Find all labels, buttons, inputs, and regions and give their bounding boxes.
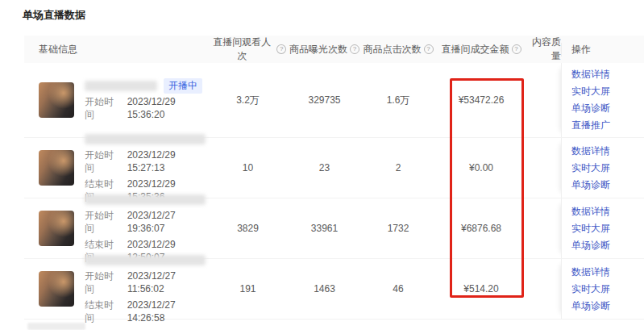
ops-cell: 数据详情 实时大屏 单场诊断 直播推广	[561, 63, 644, 137]
blurred-account-name	[85, 255, 206, 265]
info-icon[interactable]: ?	[512, 44, 521, 54]
session-info-cell: 开播中 开始时间 2023/12/29 15:36:20	[24, 63, 210, 137]
info-icon[interactable]: ?	[350, 44, 359, 54]
data-detail-link[interactable]: 数据详情	[571, 68, 644, 81]
exposures-value: 1463	[286, 259, 363, 319]
clicks-value: 2	[363, 138, 434, 198]
info-icon[interactable]: ?	[424, 44, 434, 54]
viewers-value: 3829	[210, 198, 286, 258]
data-detail-link[interactable]: 数据详情	[571, 144, 644, 158]
exposures-value: 23	[286, 138, 363, 198]
realtime-screen-link[interactable]: 实时大屏	[571, 85, 644, 98]
start-time-label: 开始时间	[85, 95, 121, 121]
gmv-value: ¥514.20	[434, 259, 529, 319]
avatar	[39, 150, 74, 186]
ops-cell: 数据详情 实时大屏 单场诊断	[561, 259, 644, 319]
viewers-value: 191	[210, 259, 286, 319]
session-info-cell: 开始时间 2023/12/29 15:27:13 结束时间 2023/12/29…	[24, 138, 210, 198]
session-diagnosis-link[interactable]: 单场诊断	[571, 178, 644, 192]
gmv-value: ¥6876.68	[434, 198, 529, 258]
start-time-value: 2023/12/29 15:27:13	[127, 148, 210, 174]
column-header-clicks-label: 商品点击次数	[364, 43, 422, 56]
viewers-value: 3.2万	[210, 63, 286, 137]
blurred-account-name	[85, 134, 206, 144]
data-detail-link[interactable]: 数据详情	[571, 265, 644, 279]
quality-value	[529, 63, 561, 137]
start-time-value: 2023/12/27 19:36:07	[127, 209, 210, 235]
table-row: 开始时间 2023/12/27 11:56:02 结束时间 2023/12/27…	[24, 259, 644, 320]
session-diagnosis-link[interactable]: 单场诊断	[571, 239, 644, 253]
column-header-quality: 内容质量	[529, 36, 561, 63]
realtime-screen-link[interactable]: 实时大屏	[571, 222, 644, 236]
start-time-value: 2023/12/29 15:36:20	[127, 95, 210, 121]
column-header-info: 基础信息	[24, 43, 210, 56]
column-header-viewers-label: 直播间观看人次	[210, 36, 274, 63]
end-time-value: 2023/12/27 14:26:58	[127, 299, 210, 324]
clicks-value: 46	[363, 259, 434, 319]
session-info-cell: 开始时间 2023/12/27 19:36:07 结束时间 2023/12/29…	[24, 198, 210, 258]
data-detail-link[interactable]: 数据详情	[571, 205, 644, 219]
start-time-label: 开始时间	[85, 148, 121, 174]
info-icon[interactable]: ?	[276, 44, 286, 54]
table-row: 开始时间 2023/12/27 19:36:07 结束时间 2023/12/29…	[24, 198, 644, 259]
start-time-label: 开始时间	[85, 269, 121, 295]
blurred-account-name	[85, 194, 206, 205]
column-header-exposures: 商品曝光次数?	[286, 43, 363, 56]
table-row: 开始时间 2023/12/29 15:27:13 结束时间 2023/12/29…	[24, 138, 644, 198]
quality-value	[529, 259, 561, 319]
quality-value	[529, 138, 561, 198]
live-status-badge: 开播中	[164, 78, 202, 94]
column-header-clicks: 商品点击次数?	[363, 43, 434, 56]
livestream-table: 基础信息 直播间观看人次? 商品曝光次数? 商品点击次数? 直播间成交金额? 内…	[24, 36, 644, 320]
live-promotion-link[interactable]: 直播推广	[571, 119, 644, 132]
table-row: 开播中 开始时间 2023/12/29 15:36:20 3.2万 329735…	[24, 63, 644, 138]
start-time-label: 开始时间	[85, 209, 121, 235]
session-info-cell: 开始时间 2023/12/27 11:56:02 结束时间 2023/12/27…	[24, 259, 210, 319]
avatar	[39, 82, 74, 118]
gmv-value: ¥53472.26	[434, 63, 529, 137]
table-header-row: 基础信息 直播间观看人次? 商品曝光次数? 商品点击次数? 直播间成交金额? 内…	[24, 36, 644, 63]
start-time-value: 2023/12/27 11:56:02	[127, 269, 210, 295]
avatar	[39, 271, 74, 307]
blurred-account-name	[85, 81, 157, 91]
end-time-label: 结束时间	[85, 299, 121, 324]
clicks-value: 1.6万	[363, 63, 434, 137]
column-header-gmv-label: 直播间成交金额	[442, 43, 509, 56]
session-diagnosis-link[interactable]: 单场诊断	[571, 102, 644, 115]
ops-cell: 数据详情 实时大屏 单场诊断	[561, 138, 644, 198]
clicks-value: 1732	[363, 198, 434, 258]
cutoff-section-title-placeholder	[27, 323, 85, 330]
exposures-value: 33961	[286, 198, 363, 258]
column-header-viewers: 直播间观看人次?	[210, 36, 286, 63]
viewers-value: 10	[210, 138, 286, 198]
page-title: 单场直播数据	[23, 8, 85, 23]
column-header-exposures-label: 商品曝光次数	[289, 43, 347, 56]
realtime-screen-link[interactable]: 实时大屏	[571, 282, 644, 296]
gmv-value: ¥0.00	[434, 138, 529, 198]
column-header-gmv: 直播间成交金额?	[434, 43, 529, 56]
realtime-screen-link[interactable]: 实时大屏	[571, 161, 644, 175]
avatar	[39, 211, 74, 246]
ops-cell: 数据详情 实时大屏 单场诊断	[561, 198, 644, 258]
session-diagnosis-link[interactable]: 单场诊断	[571, 299, 644, 313]
column-header-ops: 操作	[561, 43, 644, 56]
quality-value	[529, 198, 561, 258]
exposures-value: 329735	[286, 63, 363, 137]
livestream-data-page: 单场直播数据 基础信息 直播间观看人次? 商品曝光次数? 商品点击次数? 直播间…	[0, 0, 644, 330]
